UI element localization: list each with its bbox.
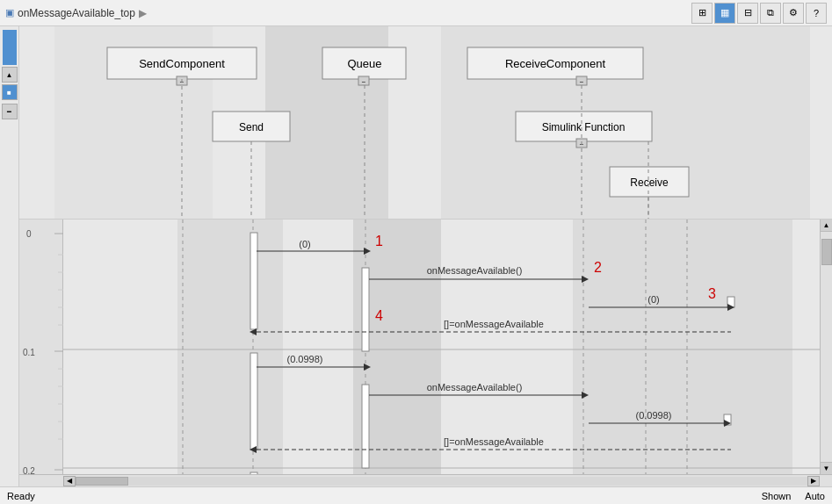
- scroll-track: [821, 232, 832, 462]
- sequence-content[interactable]: (0) 1 onMessageAvailable() 2: [63, 220, 820, 474]
- svg-text:onMessageAvailable(): onMessageAvailable(): [427, 265, 523, 276]
- svg-rect-93: [250, 472, 257, 474]
- title-text: onMessageAvailable_top: [18, 7, 135, 19]
- statusbar: Ready Shown Auto: [0, 486, 832, 504]
- side-btn-zoom-up[interactable]: ▲: [2, 67, 18, 83]
- toolbar-icons: ⊞ ▦ ⊟ ⧉ ⚙ ?: [691, 3, 827, 24]
- statusbar-right: Shown Auto: [762, 491, 825, 501]
- grid-button[interactable]: ⊞: [691, 3, 713, 24]
- svg-text:−: −: [362, 78, 366, 86]
- svg-text:onMessageAvailable(): onMessageAvailable(): [427, 382, 523, 392]
- sequence-svg: (0) 1 onMessageAvailable() 2: [63, 220, 820, 474]
- settings-button[interactable]: ⚙: [783, 3, 804, 24]
- components-area: SendComponent Queue ReceiveComponent Sen…: [19, 26, 832, 220]
- status-shown: Shown: [762, 491, 792, 501]
- chart-button[interactable]: ▦: [714, 3, 735, 24]
- svg-text:SendComponent: SendComponent: [139, 57, 225, 70]
- side-btn-zoom[interactable]: ■: [2, 84, 18, 100]
- svg-text:1: 1: [375, 234, 383, 248]
- components-svg: SendComponent Queue ReceiveComponent Sen…: [19, 26, 832, 220]
- hscroll-track: [76, 477, 807, 486]
- side-panel: ▲ ■ ━: [0, 26, 19, 486]
- time-axis-svg: 0 0.1 0.2: [19, 220, 63, 474]
- scroll-down-button[interactable]: ▼: [821, 462, 833, 474]
- diagram-icon: ▣: [5, 7, 14, 18]
- svg-text:2: 2: [594, 260, 602, 275]
- scroll-left-button[interactable]: ◀: [63, 476, 76, 486]
- breadcrumb-arrow: ▶: [139, 7, 147, 19]
- time-axis: 0 0.1 0.2: [19, 220, 63, 474]
- svg-text:[]=onMessageAvailable: []=onMessageAvailable: [444, 319, 544, 329]
- svg-text:(0): (0): [648, 294, 659, 305]
- svg-text:[]=onMessageAvailable: []=onMessageAvailable: [444, 436, 544, 447]
- scroll-right-button[interactable]: ▶: [807, 476, 820, 486]
- svg-text:0.1: 0.1: [23, 348, 35, 357]
- toolbar-title: ▣ onMessageAvailable_top ▶: [5, 7, 688, 19]
- scroll-thumb[interactable]: [821, 239, 832, 265]
- status-ready: Ready: [7, 491, 35, 501]
- svg-text:4: 4: [375, 308, 383, 323]
- svg-text:Send: Send: [239, 121, 264, 133]
- side-btn-1[interactable]: [3, 30, 17, 65]
- svg-text:(0): (0): [299, 239, 310, 249]
- svg-text:0: 0: [26, 229, 32, 239]
- help-button[interactable]: ?: [806, 3, 827, 24]
- side-btn-zoom-down[interactable]: ━: [2, 104, 18, 119]
- svg-text:0.2: 0.2: [23, 466, 35, 474]
- svg-rect-59: [250, 233, 257, 329]
- toolbar: ▣ onMessageAvailable_top ▶ ⊞ ▦ ⊟ ⧉ ⚙ ?: [0, 0, 832, 26]
- app: ▣ onMessageAvailable_top ▶ ⊞ ▦ ⊟ ⧉ ⚙ ? ▲…: [0, 0, 832, 504]
- svg-rect-79: [362, 385, 369, 468]
- svg-text:Receive: Receive: [630, 176, 669, 189]
- svg-text:−: −: [580, 78, 584, 86]
- svg-text:Queue: Queue: [347, 57, 381, 70]
- main-content: ▲ ■ ━ SendComponent: [0, 26, 832, 486]
- svg-rect-78: [250, 353, 257, 450]
- sequence-area: 0 0.1 0.2: [19, 220, 832, 474]
- horizontal-scrollbar[interactable]: ◀ ▶: [19, 474, 832, 486]
- svg-text:Simulink Function: Simulink Function: [542, 121, 626, 133]
- svg-text:3: 3: [708, 286, 716, 301]
- svg-text:ReceiveComponent: ReceiveComponent: [505, 57, 606, 70]
- svg-rect-50: [573, 220, 792, 474]
- svg-rect-48: [177, 220, 283, 474]
- svg-rect-60: [362, 268, 369, 351]
- svg-text:(0.0998): (0.0998): [636, 410, 672, 421]
- vertical-scrollbar[interactable]: ▲ ▼: [820, 220, 832, 474]
- table-button[interactable]: ⊟: [737, 3, 758, 24]
- diagram: SendComponent Queue ReceiveComponent Sen…: [19, 26, 832, 486]
- scroll-up-button[interactable]: ▲: [821, 220, 833, 232]
- status-mode: Auto: [805, 491, 825, 501]
- copy-button[interactable]: ⧉: [760, 3, 781, 24]
- hscroll-thumb[interactable]: [76, 477, 128, 486]
- svg-text:(0.0998): (0.0998): [287, 354, 323, 364]
